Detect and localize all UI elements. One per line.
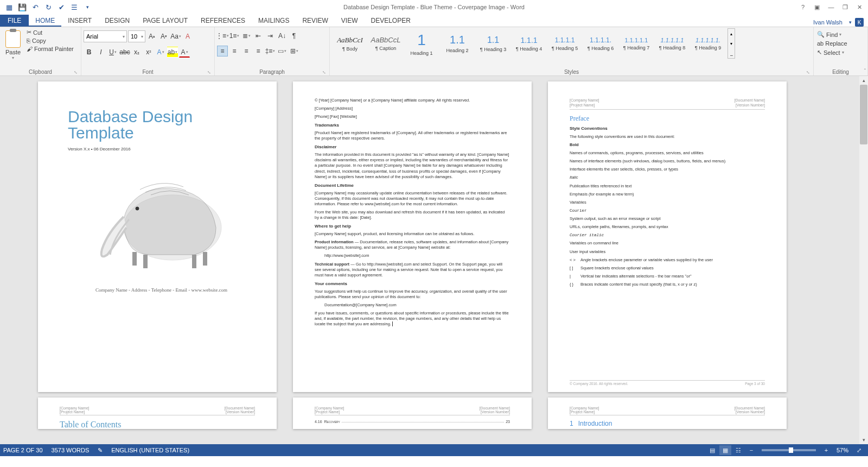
clear-formatting-button[interactable]: A bbox=[182, 31, 193, 42]
cut-button[interactable]: ✂Cut bbox=[25, 28, 75, 36]
zoom-in-button[interactable]: + bbox=[820, 445, 832, 455]
page-1[interactable]: Database Design Template Version X.x • 0… bbox=[38, 81, 277, 392]
fit-page-button[interactable]: ⤢ bbox=[853, 445, 865, 455]
launcher-icon[interactable]: ⤡ bbox=[806, 70, 810, 75]
help-icon[interactable]: ? bbox=[796, 1, 809, 13]
highlight-button[interactable]: ab bbox=[167, 47, 178, 58]
style-item[interactable]: AaBbCcL¶ Caption bbox=[368, 28, 404, 59]
tab-home[interactable]: HOME bbox=[29, 15, 61, 27]
print-layout-button[interactable]: ▦ bbox=[719, 445, 731, 455]
sort-button[interactable]: A↓ bbox=[277, 30, 288, 41]
superscript-button[interactable]: x² bbox=[143, 47, 154, 58]
grow-font-button[interactable]: A▴ bbox=[146, 31, 157, 42]
zoom-thumb[interactable] bbox=[789, 447, 793, 453]
tab-insert[interactable]: INSERT bbox=[61, 15, 98, 27]
restore-icon[interactable]: ❐ bbox=[839, 1, 852, 13]
bullets-button[interactable]: ⋮≡ bbox=[217, 30, 228, 41]
align-right-button[interactable]: ≡ bbox=[241, 46, 252, 56]
font-name-combo[interactable]: Arial bbox=[84, 30, 127, 42]
tab-file[interactable]: FILE bbox=[0, 15, 29, 27]
user-avatar[interactable]: K bbox=[855, 18, 864, 27]
scroll-thumb[interactable] bbox=[860, 85, 867, 144]
font-color-button[interactable]: A bbox=[179, 47, 190, 58]
style-item[interactable]: 1.1.1.1¶ Heading 5 bbox=[547, 28, 583, 59]
page-6[interactable]: [Company Name][Project Name][Document Na… bbox=[548, 397, 787, 429]
spelling-icon[interactable]: ✔︎ bbox=[55, 1, 67, 13]
scroll-up-icon[interactable]: ▴ bbox=[859, 76, 868, 85]
page-4[interactable]: [Company Name][Project Name][Document Na… bbox=[38, 397, 277, 429]
redo-icon[interactable]: ↻ bbox=[42, 1, 54, 13]
shading-button[interactable]: ▭ bbox=[277, 46, 288, 56]
proofing-icon[interactable]: ✎ bbox=[98, 447, 103, 454]
tab-review[interactable]: REVIEW bbox=[296, 15, 334, 27]
launcher-icon[interactable]: ⤡ bbox=[322, 70, 326, 75]
tab-page-layout[interactable]: PAGE LAYOUT bbox=[136, 15, 194, 27]
launcher-icon[interactable]: ⤡ bbox=[207, 70, 211, 75]
show-marks-button[interactable]: ¶ bbox=[289, 30, 299, 41]
multilevel-button[interactable]: ≣ bbox=[241, 30, 252, 41]
paste-button[interactable]: Paste ▾ bbox=[2, 28, 24, 60]
collapse-ribbon-icon[interactable]: ˆ bbox=[864, 68, 866, 74]
qat-customize-icon[interactable]: ▾ bbox=[81, 1, 93, 13]
scroll-down-icon[interactable]: ▾ bbox=[859, 436, 868, 444]
change-case-button[interactable]: Aa bbox=[170, 31, 181, 42]
decrease-indent-button[interactable]: ⇤ bbox=[253, 30, 264, 41]
vertical-scrollbar[interactable]: ▴ ▾ bbox=[859, 76, 868, 444]
document-canvas[interactable]: Database Design Template Version X.x • 0… bbox=[0, 76, 868, 444]
page-indicator[interactable]: PAGE 2 OF 30 bbox=[3, 447, 43, 453]
undo-icon[interactable]: ↶ bbox=[29, 1, 41, 13]
close-icon[interactable]: ✕ bbox=[853, 1, 866, 13]
style-item[interactable]: 1.1.1.1.1¶ Heading 8 bbox=[654, 28, 690, 59]
align-center-button[interactable]: ≡ bbox=[229, 46, 240, 56]
replace-button[interactable]: abReplace bbox=[816, 40, 848, 47]
tab-design[interactable]: DESIGN bbox=[98, 15, 136, 27]
tab-view[interactable]: VIEW bbox=[335, 15, 365, 27]
user-name[interactable]: Ivan Walsh bbox=[813, 19, 843, 26]
zoom-slider[interactable] bbox=[762, 449, 816, 451]
gallery-down-icon[interactable]: ▾ bbox=[728, 39, 735, 48]
increase-indent-button[interactable]: ⇥ bbox=[265, 30, 276, 41]
styles-gallery[interactable]: AaBbCcI¶ BodyAaBbCcL¶ Caption1Heading 11… bbox=[332, 28, 726, 61]
gallery-up-icon[interactable]: ▴ bbox=[728, 29, 735, 39]
shrink-font-button[interactable]: A▾ bbox=[158, 31, 169, 42]
style-item[interactable]: 1.1¶ Heading 3 bbox=[475, 28, 511, 59]
style-item[interactable]: 1.1.1.1.1.¶ Heading 9 bbox=[690, 28, 726, 59]
italic-button[interactable]: I bbox=[95, 47, 106, 58]
underline-button[interactable]: U bbox=[107, 47, 118, 58]
text-effects-button[interactable]: A bbox=[155, 47, 166, 58]
style-item[interactable]: AaBbCcI¶ Body bbox=[332, 28, 368, 59]
style-item[interactable]: 1.1Heading 2 bbox=[439, 28, 475, 59]
style-item[interactable]: 1.1.1¶ Heading 4 bbox=[511, 28, 547, 59]
page-5[interactable]: [Company Name][Project Name][Document Na… bbox=[293, 397, 532, 429]
subscript-button[interactable]: x₂ bbox=[131, 47, 142, 58]
word-count[interactable]: 3573 WORDS bbox=[52, 447, 90, 453]
align-left-button[interactable]: ≡ bbox=[217, 46, 228, 56]
style-item[interactable]: 1.1.1.1.¶ Heading 6 bbox=[583, 28, 618, 59]
launcher-icon[interactable]: ⤡ bbox=[74, 70, 78, 75]
touch-icon[interactable]: ☰ bbox=[68, 1, 80, 13]
font-size-combo[interactable]: 10 bbox=[128, 30, 145, 42]
gallery-more-icon[interactable]: ⎯ bbox=[728, 48, 735, 58]
copy-button[interactable]: ⎘Copy bbox=[25, 37, 75, 45]
style-item[interactable]: 1Heading 1 bbox=[404, 28, 439, 59]
page-2[interactable]: © [Year] [Company Name] or a [Company Na… bbox=[293, 81, 532, 392]
tab-developer[interactable]: DEVELOPER bbox=[364, 15, 417, 27]
zoom-out-button[interactable]: − bbox=[745, 445, 757, 455]
page-3[interactable]: [Company Name][Project Name] [Document N… bbox=[548, 81, 787, 392]
tab-mailings[interactable]: MAILINGS bbox=[252, 15, 296, 27]
word-icon[interactable]: ▦ bbox=[3, 1, 15, 13]
justify-button[interactable]: ≡ bbox=[253, 46, 264, 56]
borders-button[interactable]: ⊞ bbox=[289, 46, 299, 56]
select-button[interactable]: ↖Select▾ bbox=[816, 48, 845, 56]
read-mode-button[interactable]: ▤ bbox=[706, 445, 718, 455]
numbering-button[interactable]: 1≡ bbox=[229, 30, 240, 41]
tab-references[interactable]: REFERENCES bbox=[194, 15, 252, 27]
zoom-level[interactable]: 57% bbox=[837, 447, 848, 453]
save-icon[interactable]: 💾 bbox=[16, 1, 28, 13]
style-item[interactable]: 1.1.1.1.1¶ Heading 7 bbox=[618, 28, 654, 59]
format-painter-button[interactable]: 🖌Format Painter bbox=[25, 45, 75, 53]
strike-button[interactable]: abc bbox=[119, 47, 130, 58]
web-layout-button[interactable]: ☷ bbox=[732, 445, 744, 455]
language-indicator[interactable]: ENGLISH (UNITED STATES) bbox=[111, 447, 189, 453]
bold-button[interactable]: B bbox=[84, 47, 94, 58]
